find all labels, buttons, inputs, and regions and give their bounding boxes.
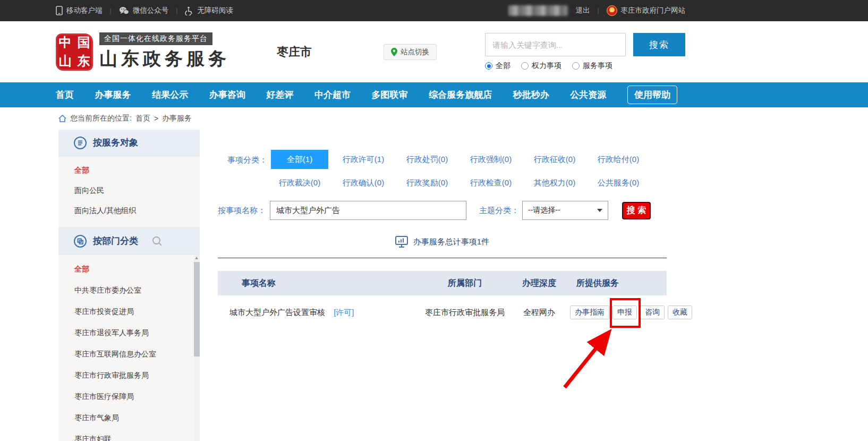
sidebar-item-department[interactable]: 枣庄市投资促进局 — [58, 301, 200, 323]
nav-item-joint-review[interactable]: 多图联审 — [372, 89, 408, 101]
sidebar-item-department[interactable]: 中共枣庄市委办公室 — [58, 280, 200, 301]
category-admin-confirmation[interactable]: 行政确认(0) — [335, 173, 392, 192]
table-row: 城市大型户外广告设置审核 [许可] 枣庄市行政审批服务局 全程网办 办事指南 申… — [218, 295, 667, 329]
category-admin-inspection[interactable]: 行政检查(0) — [462, 173, 520, 192]
nav-item-help[interactable]: 使用帮助 — [627, 86, 677, 104]
category-all[interactable]: 全部(1) — [271, 150, 328, 169]
results-summary-text: 办事服务总计事项1件 — [413, 237, 489, 247]
annotation-arrow — [555, 325, 624, 391]
breadcrumb-separator: > — [154, 114, 158, 123]
col-header-depth: 办理深度 — [513, 278, 566, 289]
search-scope-radios: 全部 权力事项 服务事项 — [485, 61, 685, 71]
national-emblem-icon: ★ — [607, 5, 617, 16]
sidebar-section-department: 按部门分类 — [58, 228, 200, 255]
keyword-search-input[interactable] — [485, 33, 626, 56]
category-grid: 全部(1) 行政许可(1) 行政处罚(0) 行政强制(0) 行政征收(0) 行政… — [271, 150, 647, 192]
logo-text-block: 全国一体化在线政务服务平台 山东政务服务 — [99, 32, 230, 71]
category-admin-ruling[interactable]: 行政裁决(0) — [271, 173, 328, 192]
nav-item-flagship-store[interactable]: 综合服务旗舰店 — [429, 89, 492, 101]
scope-option-service[interactable]: 服务事项 — [572, 61, 612, 71]
department-search-icon[interactable] — [151, 235, 163, 247]
seal-char: 国 — [78, 36, 90, 49]
scrollbar-up-arrow-icon[interactable] — [195, 257, 198, 259]
filter-search-button[interactable]: 搜 索 — [622, 202, 651, 219]
category-admin-coercion[interactable]: 行政强制(0) — [462, 150, 520, 169]
sidebar-item-department[interactable]: 枣庄市医疗保障局 — [58, 386, 200, 408]
gov-portal-label: 枣庄市政府门户网站 — [621, 6, 686, 15]
category-public-service[interactable]: 公共服务(0) — [590, 173, 647, 192]
sidebar-item-all-objects[interactable]: 全部 — [58, 160, 200, 181]
category-admin-payment[interactable]: 行政给付(0) — [590, 150, 647, 169]
wechat-link[interactable]: 微信公众号 — [119, 6, 169, 15]
radio-selected-icon[interactable] — [485, 62, 492, 70]
table-header-row: 事项名称 所属部门 办理深度 所提供服务 — [218, 271, 667, 295]
main-nav: 首页 办事服务 结果公示 办事咨询 好差评 中介超市 多图联审 综合服务旗舰店 … — [0, 82, 868, 107]
scope-label: 服务事项 — [583, 61, 612, 71]
radio-icon[interactable] — [572, 62, 580, 70]
nav-item-instant-approval[interactable]: 秒批秒办 — [513, 89, 549, 101]
category-admin-reward[interactable]: 行政奖励(0) — [398, 173, 456, 192]
sidebar-item-department[interactable]: 枣庄市退役军人事务局 — [58, 323, 200, 344]
guide-button[interactable]: 办事指南 — [570, 306, 609, 319]
current-city: 枣庄市 — [277, 44, 312, 60]
nav-item-rating[interactable]: 好差评 — [266, 89, 293, 101]
nav-item-consult[interactable]: 办事咨询 — [209, 89, 245, 101]
site-switch-button[interactable]: 站点切换 — [384, 44, 437, 60]
stats-monitor-icon — [395, 236, 408, 248]
nav-item-public-resources[interactable]: 公共资源 — [570, 89, 606, 101]
item-name-filter-row: 按事项名称： 主题分类： --请选择-- 搜 索 — [218, 201, 667, 220]
sidebar-item-department[interactable]: 枣庄市行政审批服务局 — [58, 365, 200, 386]
header-search-button[interactable]: 搜索 — [633, 33, 685, 56]
consult-button[interactable]: 咨询 — [640, 306, 665, 319]
seal-char: 东 — [78, 55, 90, 67]
scrollbar-thumb[interactable] — [194, 262, 200, 357]
sidebar-item-all-departments[interactable]: 全部 — [58, 259, 200, 280]
radio-icon[interactable] — [521, 62, 529, 70]
department-scrollbar[interactable] — [194, 255, 200, 441]
declare-button[interactable]: 申报 — [612, 306, 637, 319]
separator: | — [597, 7, 599, 14]
topic-selected-value: --请选择-- — [528, 206, 560, 215]
scope-option-power[interactable]: 权力事项 — [521, 61, 561, 71]
sidebar-item-department[interactable]: 枣庄市互联网信息办公室 — [58, 344, 200, 365]
site-switch-label: 站点切换 — [401, 47, 429, 57]
wechat-label: 微信公众号 — [133, 6, 169, 15]
accessibility-link[interactable]: 无障碍阅读 — [185, 6, 233, 15]
home-icon — [58, 115, 66, 122]
nav-item-agency-market[interactable]: 中介超市 — [314, 89, 351, 101]
sidebar-item-citizens[interactable]: 面向公民 — [58, 181, 200, 201]
category-admin-license[interactable]: 行政许可(1) — [335, 150, 392, 169]
category-admin-collection[interactable]: 行政征收(0) — [526, 150, 583, 169]
service-object-list: 全部 面向公民 面向法人/其他组织 — [58, 156, 200, 228]
favorite-button[interactable]: 收藏 — [668, 306, 692, 319]
category-other-powers[interactable]: 其他权力(0) — [526, 173, 583, 192]
chevron-down-icon — [597, 209, 602, 212]
item-name-input[interactable] — [270, 201, 466, 220]
accessibility-wheelchair-icon — [185, 6, 193, 15]
logout-label: 退出 — [575, 6, 590, 15]
logout-link[interactable]: 退出 — [575, 6, 590, 15]
results-summary: 办事服务总计事项1件 — [218, 236, 667, 248]
sidebar-item-legal-persons[interactable]: 面向法人/其他组织 — [58, 201, 200, 221]
wechat-icon — [119, 6, 129, 15]
license-tag-link[interactable]: [许可] — [334, 308, 354, 317]
gov-portal-link[interactable]: ★ 枣庄市政府门户网站 — [607, 5, 686, 16]
breadcrumb-home-link[interactable]: 首页 — [135, 114, 150, 123]
scope-label: 权力事项 — [532, 61, 561, 71]
breadcrumb-current[interactable]: 办事服务 — [162, 114, 192, 123]
mobile-client-link[interactable]: 移动客户端 — [56, 6, 103, 15]
department-list: 全部 中共枣庄市委办公室 枣庄市投资促进局 枣庄市退役军人事务局 枣庄市互联网信… — [58, 255, 200, 441]
nav-item-results[interactable]: 结果公示 — [152, 89, 188, 101]
item-name-label: 按事项名称： — [218, 206, 266, 216]
separator: | — [176, 7, 177, 14]
topic-select[interactable]: --请选择-- — [522, 201, 608, 220]
seal-char: 山 — [59, 55, 72, 67]
main-content: 事项分类： 全部(1) 行政许可(1) 行政处罚(0) 行政强制(0) 行政征收… — [218, 130, 667, 441]
nav-item-home[interactable]: 首页 — [56, 89, 74, 101]
scope-option-all[interactable]: 全部 — [485, 61, 510, 71]
seal-char: 中 — [59, 36, 72, 49]
category-admin-penalty[interactable]: 行政处罚(0) — [398, 150, 456, 169]
sidebar-item-department[interactable]: 枣庄市气象局 — [58, 408, 200, 429]
nav-item-services[interactable]: 办事服务 — [95, 89, 131, 101]
sidebar-item-department[interactable]: 枣庄市妇联 — [58, 429, 200, 441]
